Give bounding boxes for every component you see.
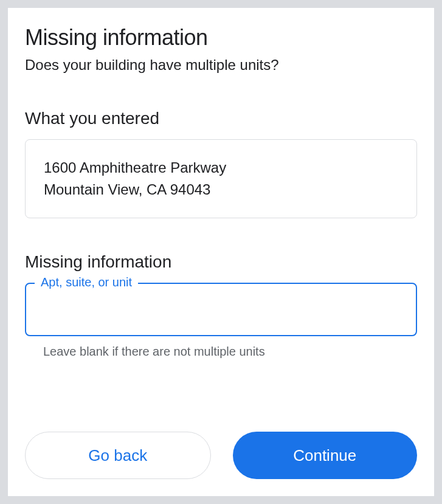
entered-address-box: 1600 Amphitheatre Parkway Mountain View,… — [25, 139, 417, 218]
entered-heading: What you entered — [25, 109, 417, 128]
dialog-subtitle: Does your building have multiple units? — [25, 57, 417, 74]
missing-heading: Missing information — [25, 252, 417, 272]
button-row: Go back Continue — [25, 432, 417, 479]
missing-info-dialog: Missing information Does your building h… — [7, 7, 435, 497]
dialog-title: Missing information — [25, 25, 417, 50]
apt-field-label: Apt, suite, or unit — [35, 275, 138, 289]
go-back-button[interactable]: Go back — [25, 432, 211, 479]
apt-field-wrap: Apt, suite, or unit — [25, 283, 417, 336]
apt-input[interactable] — [25, 283, 417, 336]
continue-button[interactable]: Continue — [233, 432, 418, 479]
address-line-1: 1600 Amphitheatre Parkway — [44, 157, 398, 179]
address-line-2: Mountain View, CA 94043 — [44, 179, 398, 201]
apt-hint: Leave blank if there are not multiple un… — [25, 345, 417, 359]
